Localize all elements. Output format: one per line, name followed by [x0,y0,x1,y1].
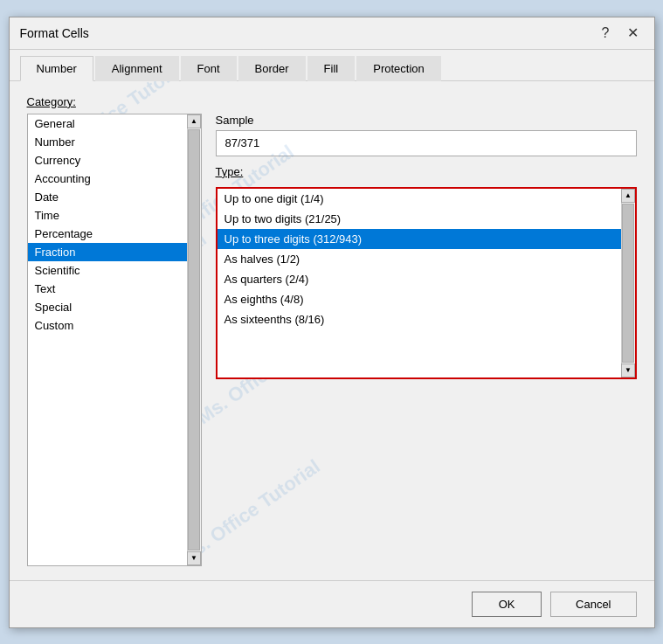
title-bar: Format Cells ? ✕ [10,17,654,50]
cancel-button[interactable]: Cancel [550,592,636,617]
tab-protection[interactable]: Protection [356,56,441,81]
tab-bar: Number Alignment Font Border Fill Protec… [10,50,654,81]
category-item-fraction[interactable]: Fraction [28,243,187,261]
type-item-twodigits[interactable]: Up to two digits (21/25) [218,209,621,229]
category-list-container: General Number Currency Accounting Date … [27,114,202,566]
category-panel: General Number Currency Accounting Date … [27,114,202,566]
right-panel: Sample 87/371 Type: Up to one digit (1/4… [216,114,637,566]
sample-label: Sample [216,114,637,127]
scroll-down-arrow[interactable]: ▼ [187,551,201,565]
category-scrollbar[interactable]: ▲ ▼ [187,114,201,565]
category-item-text[interactable]: Text [28,280,187,298]
sample-value: 87/371 [216,130,637,156]
type-scrollbar[interactable]: ▲ ▼ [621,189,635,377]
category-list[interactable]: General Number Currency Accounting Date … [28,114,201,565]
type-item-threedigits[interactable]: Up to three digits (312/943) [218,229,621,249]
category-item-scientific[interactable]: Scientific [28,261,187,280]
type-list-container: Up to one digit (1/4) Up to two digits (… [216,187,637,379]
scroll-thumb[interactable] [188,129,200,551]
category-item-accounting[interactable]: Accounting [28,170,187,188]
tab-font[interactable]: Font [181,56,237,81]
category-item-number[interactable]: Number [28,133,187,151]
category-item-time[interactable]: Time [28,206,187,225]
category-item-special[interactable]: Special [28,298,187,316]
type-item-halves[interactable]: As halves (1/2) [218,249,621,269]
help-button[interactable]: ? [597,24,615,42]
dialog-content: Ms. Office Tutorial Ms. Office Tutorial … [10,81,654,580]
category-item-date[interactable]: Date [28,188,187,206]
sample-section: Sample 87/371 [216,114,637,156]
dialog-title: Format Cells [20,26,89,40]
ok-button[interactable]: OK [472,592,542,617]
title-bar-controls: ? ✕ [597,24,644,42]
main-content-row: General Number Currency Accounting Date … [27,114,637,566]
close-button[interactable]: ✕ [622,24,644,42]
type-scroll-up[interactable]: ▲ [621,189,635,203]
type-scroll-down[interactable]: ▼ [621,364,635,377]
tab-alignment[interactable]: Alignment [95,56,179,81]
tab-number[interactable]: Number [20,56,93,81]
category-item-general[interactable]: General [28,114,187,133]
tab-fill[interactable]: Fill [307,56,356,81]
type-item-sixteenths[interactable]: As sixteenths (8/16) [218,309,621,329]
category-item-percentage[interactable]: Percentage [28,225,187,243]
type-label: Type: [216,165,637,178]
type-item-eighths[interactable]: As eighths (4/8) [218,289,621,309]
category-item-custom[interactable]: Custom [28,316,187,335]
type-scroll-thumb[interactable] [622,204,634,363]
type-item-onedigit[interactable]: Up to one digit (1/4) [218,189,621,209]
format-cells-dialog: Format Cells ? ✕ Number Alignment Font B… [9,17,655,628]
bottom-bar: OK Cancel [10,580,654,627]
tab-border[interactable]: Border [238,56,306,81]
category-label: Category: [27,95,637,108]
type-list[interactable]: Up to one digit (1/4) Up to two digits (… [218,189,621,377]
type-item-quarters[interactable]: As quarters (2/4) [218,269,621,289]
category-item-currency[interactable]: Currency [28,151,187,170]
scroll-up-arrow[interactable]: ▲ [187,114,201,128]
